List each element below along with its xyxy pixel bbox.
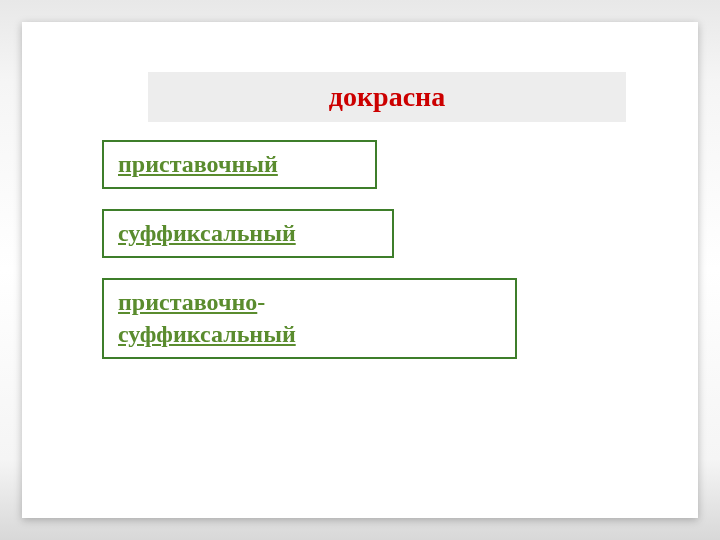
- title-text: докрасна: [329, 81, 445, 113]
- option-suffiksalny[interactable]: суффиксальный: [102, 209, 394, 258]
- option-pristavochno-suffiksalny[interactable]: приставочно- суффиксальный: [102, 278, 517, 358]
- option-pristavochny[interactable]: приставочный: [102, 140, 377, 189]
- option-3-line1: приставочно: [118, 289, 257, 315]
- option-link-2: суффиксальный: [118, 218, 378, 249]
- option-3-dash: -: [257, 289, 265, 315]
- option-link-3: приставочно- суффиксальный: [118, 287, 501, 349]
- title-box: докрасна: [148, 72, 626, 122]
- option-link-1: приставочный: [118, 149, 361, 180]
- slide-card: докрасна приставочный суффиксальный прис…: [22, 22, 698, 518]
- option-3-line2: суффиксальный: [118, 321, 296, 347]
